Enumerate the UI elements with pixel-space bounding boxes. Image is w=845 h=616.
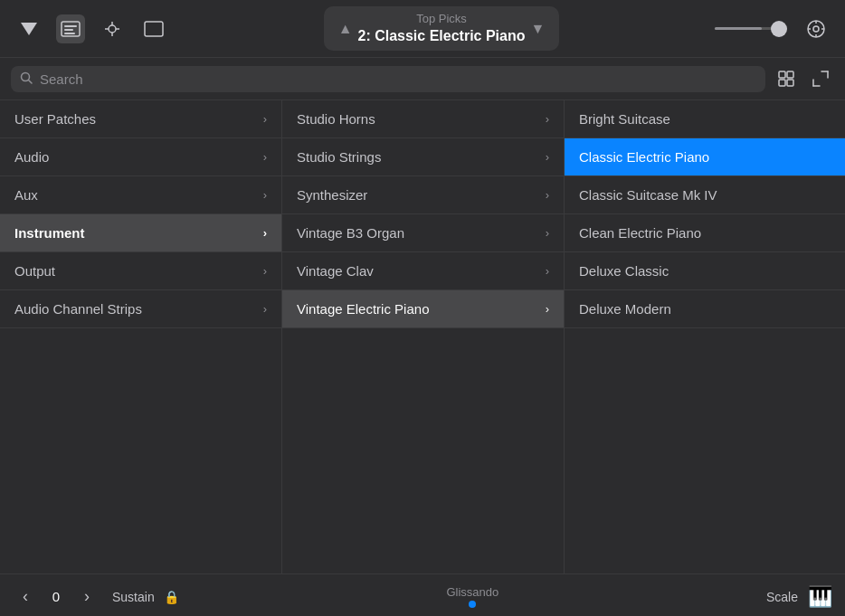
chevron-right-icon: ›	[546, 112, 549, 126]
mid-panel-item-synthesizer[interactable]: Synthesizer ›	[282, 176, 564, 214]
search-input-wrap[interactable]	[11, 66, 765, 92]
glissando-label: Glissando	[446, 585, 498, 599]
dropdown-toggle-button[interactable]	[14, 14, 43, 43]
chevron-right-icon: ›	[546, 188, 549, 202]
search-bar-actions	[773, 65, 834, 92]
browse-button[interactable]	[56, 14, 85, 43]
right-panel-item-clean-electric-piano[interactable]: Clean Electric Piano	[565, 214, 845, 252]
lock-icon: 🔒	[164, 590, 179, 604]
right-panel-item-bright-suitcase[interactable]: Bright Suitcase	[565, 100, 845, 138]
top-bar-left	[14, 14, 168, 43]
search-icon	[20, 71, 33, 87]
left-panel-item-output[interactable]: Output ›	[0, 252, 281, 290]
chevron-right-icon: ›	[546, 150, 549, 164]
chevron-right-icon: ›	[263, 150, 267, 164]
piano-keyboard-icon[interactable]: 🎹	[807, 584, 832, 610]
svg-point-12	[813, 26, 819, 32]
right-panel-item-classic-electric-piano[interactable]: Classic Electric Piano	[565, 138, 845, 176]
svg-marker-0	[21, 23, 37, 35]
patch-prev-icon: ▲	[338, 21, 353, 37]
sustain-label: Sustain	[112, 590, 155, 604]
window-button[interactable]	[139, 14, 168, 43]
left-panel-item-aux[interactable]: Aux ›	[0, 176, 281, 214]
patch-next-icon: ▼	[530, 21, 545, 37]
svg-rect-20	[787, 71, 793, 78]
patch-category: Top Picks	[416, 12, 467, 27]
left-panel-item-audio-channel-strips[interactable]: Audio Channel Strips ›	[0, 290, 281, 328]
chevron-right-icon: ›	[546, 264, 549, 278]
chevron-right-icon: ›	[546, 226, 549, 240]
svg-rect-3	[64, 29, 73, 31]
mid-panel-item-vintage-electric-piano[interactable]: Vintage Electric Piano ›	[282, 290, 564, 328]
svg-point-5	[109, 25, 116, 33]
search-input[interactable]	[40, 71, 756, 87]
mid-panel-item-studio-strings[interactable]: Studio Strings ›	[282, 138, 564, 176]
grid-view-button[interactable]	[773, 65, 800, 92]
right-panel-item-classic-suitcase-mk4[interactable]: Classic Suitcase Mk IV	[565, 176, 845, 214]
right-panel-item-deluxe-classic[interactable]: Deluxe Classic	[565, 252, 845, 290]
scale-label: Scale	[766, 590, 798, 604]
chevron-right-icon: ›	[263, 264, 267, 278]
settings-button[interactable]	[802, 14, 831, 43]
octave-up-button[interactable]: ›	[74, 584, 100, 610]
octave-down-button[interactable]: ‹	[13, 584, 38, 610]
mid-panel-item-vintage-b3-organ[interactable]: Vintage B3 Organ ›	[282, 214, 564, 252]
volume-control	[715, 27, 787, 30]
bottom-toolbar: ‹ 0 › Sustain 🔒 Glissando Scale 🎹	[0, 573, 845, 616]
chevron-right-icon: ›	[263, 226, 267, 240]
left-panel-item-user-patches[interactable]: User Patches ›	[0, 100, 281, 138]
glissando-section: Glissando	[188, 585, 757, 608]
top-bar: ▲ Top Picks 2: Classic Electric Piano ▼	[0, 0, 845, 58]
svg-rect-22	[787, 80, 793, 86]
left-panel-item-audio[interactable]: Audio ›	[0, 138, 281, 176]
mid-panel-item-vintage-clav[interactable]: Vintage Clav ›	[282, 252, 564, 290]
left-panel-item-instrument[interactable]: Instrument ›	[0, 214, 281, 252]
right-panel: Bright Suitcase Classic Electric Piano C…	[565, 100, 845, 573]
right-panel-item-deluxe-modern[interactable]: Deluxe Modern	[565, 290, 845, 328]
collapse-button[interactable]	[807, 65, 834, 92]
smartcontrols-button[interactable]	[98, 14, 127, 43]
mid-panel: Studio Horns › Studio Strings › Synthesi…	[282, 100, 565, 573]
patch-name: 2: Classic Electric Piano	[358, 27, 526, 46]
patch-selector[interactable]: ▲ Top Picks 2: Classic Electric Piano ▼	[324, 6, 559, 52]
svg-rect-21	[779, 80, 785, 86]
chevron-right-icon: ›	[263, 302, 267, 316]
octave-value: 0	[47, 589, 65, 604]
svg-line-18	[29, 80, 33, 83]
svg-rect-19	[779, 71, 785, 78]
svg-rect-4	[64, 33, 75, 34]
chevron-right-icon: ›	[546, 302, 549, 316]
chevron-right-icon: ›	[263, 188, 267, 202]
mid-panel-item-studio-horns[interactable]: Studio Horns ›	[282, 100, 564, 138]
svg-rect-10	[145, 22, 163, 36]
top-bar-right	[715, 14, 831, 43]
svg-rect-2	[64, 25, 77, 27]
left-panel: User Patches › Audio › Aux › Instrument …	[0, 100, 282, 573]
main-content: User Patches › Audio › Aux › Instrument …	[0, 100, 845, 573]
search-bar	[0, 58, 845, 100]
patch-info: Top Picks 2: Classic Electric Piano	[358, 12, 526, 46]
chevron-right-icon: ›	[263, 112, 267, 126]
glissando-indicator	[469, 601, 476, 608]
